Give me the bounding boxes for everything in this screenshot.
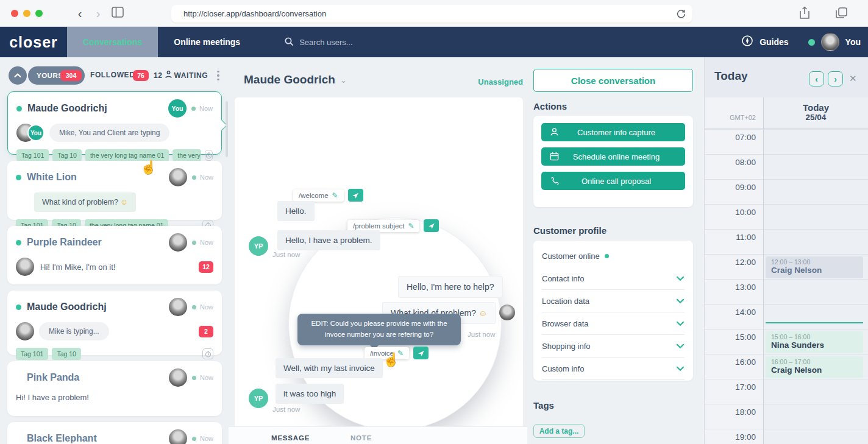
close-window-button[interactable] <box>11 10 18 17</box>
user-avatar[interactable] <box>821 33 839 51</box>
hour-cell[interactable] <box>763 229 868 254</box>
calendar-hour-row: 14:00 <box>705 304 868 329</box>
customer-info-capture-button[interactable]: Customer info capture <box>541 123 685 141</box>
online-call-proposal-button[interactable]: Online call proposal <box>541 172 685 190</box>
customer-profile-title: Customer profile <box>533 225 607 236</box>
conversation-card[interactable]: Purple RaindeerNowHi! I'm Mike, I'm on i… <box>7 226 222 284</box>
filter-waiting[interactable]: 12 WAITING <box>154 71 208 80</box>
add-tag-button[interactable]: Add a tag... <box>533 424 585 438</box>
preview-text: Hi! I'm Mike, I'm on it! <box>40 263 115 272</box>
filter-followed[interactable]: FOLLOWED <box>90 71 135 79</box>
conversation-time: Now <box>200 435 213 442</box>
edit-suggestion-tooltip: EDIT: Could you please provide me with t… <box>297 314 461 345</box>
send-button[interactable] <box>424 219 439 232</box>
tag-pill[interactable]: Tag 10 <box>52 348 81 360</box>
offline-dot-spacer <box>16 375 21 381</box>
followed-count-badge[interactable]: 76 <box>133 70 149 81</box>
hour-cell[interactable] <box>763 129 868 154</box>
schedule-online-meeting-button[interactable]: Schedule online meeting <box>541 147 685 166</box>
hour-cell[interactable] <box>763 304 868 329</box>
hour-cell[interactable] <box>763 154 868 179</box>
preview-avatar <box>16 322 34 340</box>
hour-cell[interactable] <box>763 204 868 229</box>
calendar-event[interactable]: 16:00 – 17:00Craig Nelson <box>766 356 863 378</box>
conversation-card[interactable]: White LionNowWhat kind of problem? ☺Tag … <box>7 161 222 220</box>
minimize-window-button[interactable] <box>23 10 30 17</box>
tag-timer-icon[interactable] <box>202 348 213 359</box>
calendar-event[interactable]: 15:00 – 16:00Nina Sunders <box>766 331 863 353</box>
conversation-card[interactable]: Black ElephantNow <box>7 422 222 444</box>
profile-section-shopping-info[interactable]: Shopping info <box>542 335 685 358</box>
edit-pencil-icon[interactable]: ✎ <box>332 191 338 200</box>
profile-section-browser-data[interactable]: Browser data <box>542 312 685 335</box>
conversation-card[interactable]: Pink PandaNowHi! I have a problem! <box>7 361 222 416</box>
contact-avatar <box>169 368 187 387</box>
tab-note[interactable]: NOTE <box>350 434 372 442</box>
profile-section-contact-info[interactable]: Contact info <box>542 267 685 290</box>
calendar-close-icon[interactable]: ✕ <box>849 73 857 84</box>
close-conversation-button[interactable]: Close conversation <box>533 69 693 92</box>
conversation-card[interactable]: Maude GoodrichjNowMike is typing...2Tag … <box>7 291 222 355</box>
zoom-window-button[interactable] <box>35 10 43 17</box>
hour-label: 19:00 <box>705 429 763 444</box>
calendar-event[interactable]: 12:00 – 13:00Craig Nelson <box>766 256 863 278</box>
hour-cell[interactable] <box>763 379 868 404</box>
online-dot <box>605 254 609 258</box>
sidebar-toggle-icon[interactable] <box>111 6 124 21</box>
event-name: Nina Sunders <box>771 340 858 350</box>
tooltip-line1: EDIT: Could you please provide me with t… <box>305 319 454 329</box>
actions-title: Actions <box>533 101 567 111</box>
tab-conversations[interactable]: Conversations <box>67 27 158 57</box>
tag-pill[interactable]: the very long t... <box>173 149 201 161</box>
chat-header[interactable]: Maude Goodrich ⌄ <box>244 73 347 86</box>
you-label[interactable]: You <box>845 37 861 47</box>
sidebar-menu-icon[interactable] <box>214 67 222 84</box>
filter-yours[interactable]: YOURS 304 <box>28 66 85 85</box>
hour-label: 08:00 <box>705 154 763 179</box>
hour-label: 10:00 <box>705 204 763 229</box>
conversation-tags-row: Tag 101Tag 10 <box>16 348 213 360</box>
profile-section-location-data[interactable]: Location data <box>542 290 685 312</box>
sidebar-scrollbar[interactable] <box>226 101 228 157</box>
guides-label[interactable]: Guides <box>760 37 788 47</box>
online-status-dot <box>808 39 815 46</box>
profile-section-label: Location data <box>542 297 589 306</box>
assignment-status[interactable]: Unassigned <box>427 77 523 86</box>
tabs-overview-icon[interactable] <box>835 6 848 22</box>
conversation-card[interactable]: Maude GoodrichjYouNowYouMike, You and Cl… <box>7 91 222 155</box>
tab-message[interactable]: MESSAGE <box>271 434 310 442</box>
guides-compass-icon[interactable] <box>741 35 753 49</box>
conversation-time: Now <box>200 374 213 381</box>
tag-timer-icon[interactable] <box>205 150 213 161</box>
closer-logo[interactable]: closer <box>0 27 67 57</box>
hour-cell[interactable] <box>763 404 868 429</box>
tag-pill[interactable]: Tag 10 <box>52 149 82 161</box>
profile-section-custom-info[interactable]: Custom info <box>542 358 685 380</box>
online-dot <box>16 305 21 310</box>
address-bar[interactable]: http://closer.app/dashboard/conversation <box>171 5 692 23</box>
send-button[interactable] <box>348 189 363 202</box>
forward-button[interactable]: › <box>91 7 105 20</box>
conversation-header-row: Pink PandaNow <box>16 368 213 387</box>
tag-pill[interactable]: Tag 101 <box>16 149 49 161</box>
edit-pencil-icon[interactable]: ✎ <box>408 222 414 230</box>
share-icon[interactable] <box>799 6 811 22</box>
hour-cell[interactable] <box>763 429 868 444</box>
message-timestamp: Just now <box>468 331 495 338</box>
tab-online-meetings[interactable]: Online meetings <box>158 27 256 57</box>
tag-pill[interactable]: Tag 101 <box>16 348 48 360</box>
calendar-grid: GMT+02 Today 25/04 07:0008:0009:0010:001… <box>705 97 868 444</box>
collapse-button[interactable] <box>9 66 27 85</box>
hour-cell[interactable] <box>763 179 868 204</box>
reload-icon[interactable] <box>676 9 686 21</box>
hour-cell[interactable] <box>763 279 868 304</box>
profile-section-label: Browser data <box>542 319 589 328</box>
search-users-input[interactable]: Search users... <box>284 27 352 57</box>
app-window: ‹ › http://closer.app/dashboard/conversa… <box>0 0 868 444</box>
calendar-prev-button[interactable]: ‹ <box>809 71 824 86</box>
welcome-command-chip[interactable]: /welcome✎ <box>293 189 344 202</box>
send-button[interactable] <box>413 347 429 359</box>
back-button[interactable]: ‹ <box>73 7 87 20</box>
calendar-next-button[interactable]: › <box>828 71 843 86</box>
calendar-hour-row: 19:00 <box>705 429 868 444</box>
